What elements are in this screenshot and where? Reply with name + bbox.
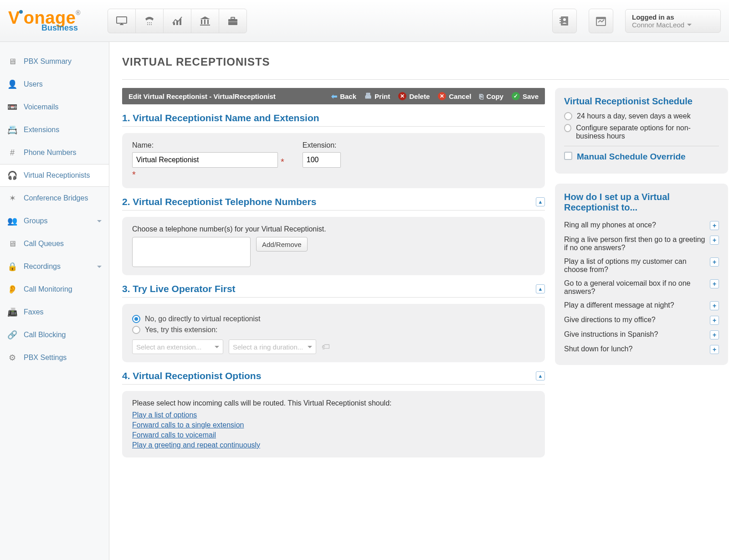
delete-icon: ✕ xyxy=(398,92,406,100)
section-3-box: No, go directly to virtual receptionist … xyxy=(122,304,545,362)
ring-duration-select[interactable]: Select a ring duration... xyxy=(229,339,316,354)
route-option-link[interactable]: Play a list of options xyxy=(132,411,535,419)
expand-icon[interactable]: + xyxy=(710,301,719,310)
section-4-box: Please select how incoming calls will be… xyxy=(122,391,545,457)
phone-numbers-list[interactable] xyxy=(132,237,251,267)
sidebar-item-recordings[interactable]: 🔒Recordings xyxy=(0,255,109,278)
faq-text: Ring all my phones at once? xyxy=(564,221,705,229)
sidebar-item-label: PBX Settings xyxy=(24,354,67,362)
route-option-link[interactable]: Play a greeting and repeat continuously xyxy=(132,441,535,449)
add-remove-button[interactable]: Add/Remove xyxy=(256,237,308,252)
briefcase-icon[interactable] xyxy=(219,9,247,33)
svg-rect-16 xyxy=(200,25,210,26)
sidebar-item-label: Recordings xyxy=(24,262,61,271)
sidebar-item-conference-bridges[interactable]: ✶Conference Bridges xyxy=(0,187,109,210)
contacts-icon[interactable] xyxy=(552,9,577,33)
nav-icon: 🖥 xyxy=(7,239,17,249)
faq-item: Play a different message at night?+ xyxy=(564,298,719,313)
nav-icon: ⚙ xyxy=(7,353,17,363)
svg-rect-26 xyxy=(596,17,606,19)
expand-icon[interactable]: + xyxy=(710,316,719,325)
expand-icon[interactable]: + xyxy=(710,257,719,267)
radio-no[interactable]: No, go directly to virtual receptionist xyxy=(132,315,535,323)
sidebar-item-label: Call Monitoring xyxy=(24,285,72,293)
extension-select[interactable]: Select an extension... xyxy=(132,339,223,354)
name-input[interactable] xyxy=(132,152,278,168)
back-button[interactable]: ⬅Back xyxy=(331,92,356,101)
sidebar-item-label: Groups xyxy=(24,217,47,225)
faq-panel: How do I set up a Virtual Receptionist t… xyxy=(555,184,728,365)
desktop-icon[interactable] xyxy=(108,9,136,33)
faq-item: Go to a general voicemail box if no one … xyxy=(564,277,719,298)
expand-icon[interactable]: + xyxy=(710,330,719,339)
sidebar-item-virtual-receptionists[interactable]: 🎧Virtual Receptionists xyxy=(0,164,109,187)
sidebar-item-label: PBX Summary xyxy=(24,57,72,66)
manual-schedule-override[interactable]: Manual Schedule Override xyxy=(564,152,719,162)
faq-item: Give directions to my office?+ xyxy=(564,313,719,328)
chevron-down-icon xyxy=(308,346,312,350)
schedule-opt-24-7[interactable]: 24 hours a day, seven days a week xyxy=(564,112,719,120)
checkbox-icon xyxy=(564,152,572,160)
faq-text: Give instructions in Spanish? xyxy=(564,330,705,339)
faq-title: How do I set up a Virtual Receptionist t… xyxy=(564,192,719,213)
expand-icon[interactable]: + xyxy=(710,236,719,245)
logo: Vonage® Business xyxy=(8,10,81,31)
delete-button[interactable]: ✕Delete xyxy=(398,92,430,100)
cancel-button[interactable]: ✕Cancel xyxy=(438,92,471,100)
sidebar-item-label: Faxes xyxy=(24,308,44,316)
phone-icon[interactable] xyxy=(135,9,164,33)
schedule-opt-nonbiz[interactable]: Configure separate options for non-busin… xyxy=(564,124,719,140)
nav-icon: 👂 xyxy=(7,284,17,294)
sidebar-item-call-blocking[interactable]: 🔗Call Blocking xyxy=(0,324,109,346)
svg-rect-11 xyxy=(180,19,181,25)
logged-in-label: Logged in as xyxy=(632,13,714,21)
sidebar-item-pbx-settings[interactable]: ⚙PBX Settings xyxy=(0,346,109,369)
svg-rect-22 xyxy=(560,18,561,19)
route-option-link[interactable]: Forward calls to voicemail xyxy=(132,431,535,439)
sidebar-item-call-queues[interactable]: 🖥Call Queues xyxy=(0,232,109,255)
chevron-down-icon xyxy=(687,24,692,28)
sidebar-item-label: Voicemails xyxy=(24,103,58,111)
sidebar-item-label: Extensions xyxy=(24,126,59,134)
chart-icon[interactable] xyxy=(163,9,191,33)
svg-rect-18 xyxy=(231,17,235,19)
expand-icon[interactable]: + xyxy=(710,221,719,230)
bank-icon[interactable] xyxy=(191,9,219,33)
svg-rect-10 xyxy=(176,21,178,25)
expand-icon[interactable]: + xyxy=(710,279,719,288)
sidebar-item-pbx-summary[interactable]: 🖥PBX Summary xyxy=(0,50,109,73)
print-button[interactable]: 🖶Print xyxy=(364,92,390,100)
logged-in-user: Connor MacLeod xyxy=(632,21,714,29)
sidebar-item-label: Call Queues xyxy=(24,240,64,248)
sidebar-item-label: Call Blocking xyxy=(24,331,66,339)
logged-in-box[interactable]: Logged in as Connor MacLeod xyxy=(625,9,721,33)
sidebar-item-users[interactable]: 👤Users xyxy=(0,73,109,96)
collapse-toggle[interactable]: ▲ xyxy=(536,197,545,206)
cancel-icon: ✕ xyxy=(438,92,446,100)
expand-icon[interactable]: + xyxy=(710,345,719,354)
route-option-link[interactable]: Forward calls to a single extension xyxy=(132,421,535,429)
section-3-title: 3. Try Live Operator First ▲ xyxy=(122,283,545,294)
svg-point-21 xyxy=(563,18,566,21)
logo-dot xyxy=(19,10,23,14)
sidebar-item-faxes[interactable]: 📠Faxes xyxy=(0,301,109,324)
topbar: Vonage® Business Logged in as Connor Mac… xyxy=(0,0,729,42)
collapse-toggle[interactable]: ▲ xyxy=(536,284,545,293)
svg-rect-2 xyxy=(121,23,123,25)
save-button[interactable]: ✓Save xyxy=(512,92,539,100)
copy-button[interactable]: ⎘Copy xyxy=(479,92,503,100)
sidebar-item-voicemails[interactable]: 📼Voicemails xyxy=(0,96,109,118)
radio-yes[interactable]: Yes, try this extension: xyxy=(132,326,535,334)
collapse-toggle[interactable]: ▲ xyxy=(536,371,545,380)
sidebar-item-extensions[interactable]: 📇Extensions xyxy=(0,118,109,141)
sidebar-item-groups[interactable]: 👥Groups xyxy=(0,210,109,232)
sidebar-item-call-monitoring[interactable]: 👂Call Monitoring xyxy=(0,278,109,301)
sidebar-item-phone-numbers[interactable]: #Phone Numbers xyxy=(0,141,109,164)
extension-input[interactable] xyxy=(303,152,341,168)
schedule-panel: Virtual Receptionist Schedule 24 hours a… xyxy=(555,88,728,174)
calendar-icon[interactable] xyxy=(589,9,613,33)
section-4-title: 4. Virtual Receptionist Options ▲ xyxy=(122,370,545,381)
faq-item: Play a list of options my customer can c… xyxy=(564,255,719,277)
faq-text: Play a list of options my customer can c… xyxy=(564,257,705,274)
svg-point-6 xyxy=(147,24,148,25)
